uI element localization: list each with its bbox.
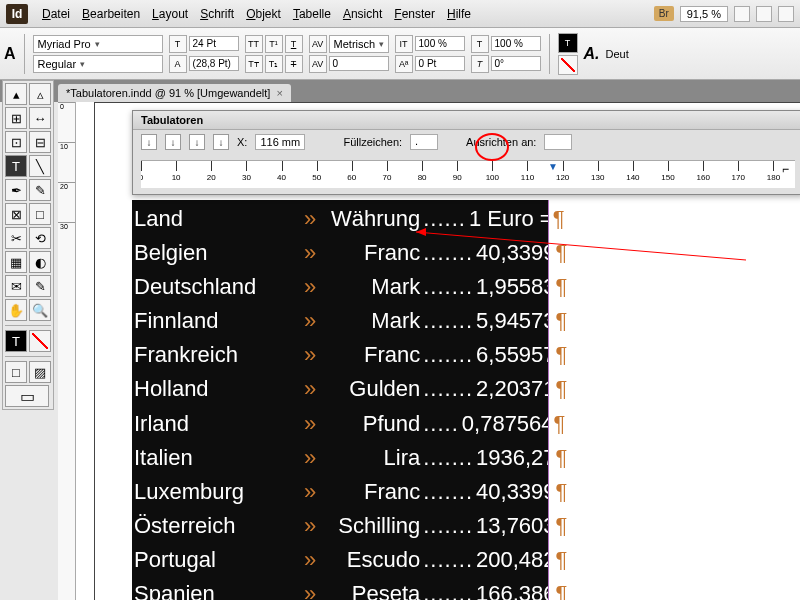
content-collector-tool[interactable]: ⊡ (5, 131, 27, 153)
tabs-ruler[interactable]: ▼ ⌐ 010203040506070809010011012013014015… (141, 160, 795, 188)
tracking-input[interactable]: 0 (329, 56, 389, 71)
apply-color[interactable]: □ (5, 361, 27, 383)
frame-edge (548, 200, 549, 600)
kerning-dropdown[interactable]: Metrisch (329, 35, 389, 53)
gradient-tool[interactable]: ▦ (5, 251, 27, 273)
content-placer-tool[interactable]: ⊟ (29, 131, 51, 153)
scissors-tool[interactable]: ✂ (5, 227, 27, 249)
cell-currency: Franc (326, 475, 420, 509)
menu-schrift[interactable]: Schrift (196, 5, 238, 23)
cell-value: 1936,27 (476, 441, 556, 475)
menu-hilfe[interactable]: Hilfe (443, 5, 475, 23)
underline-btn[interactable]: T (285, 35, 303, 53)
tab-left-align[interactable]: ↓ (141, 134, 157, 150)
page-tool[interactable]: ⊞ (5, 107, 27, 129)
leading-input[interactable]: (28,8 Pt) (189, 56, 239, 71)
transform-tool[interactable]: ⟲ (29, 227, 51, 249)
cell-leader: ..... (420, 407, 462, 441)
ruler-tick (492, 161, 493, 171)
font-style-dropdown[interactable]: Regular (33, 55, 163, 73)
view-icon-1[interactable] (734, 6, 750, 22)
view-icon-2[interactable] (756, 6, 772, 22)
stroke-color-swatch[interactable] (558, 55, 578, 75)
view-icon-3[interactable] (778, 6, 794, 22)
stroke-swatch[interactable] (29, 330, 51, 352)
cell-leader: ....... (420, 577, 476, 600)
tab-marker[interactable]: ▼ (548, 161, 558, 172)
app-logo: Id (6, 4, 28, 24)
rectangle-tool[interactable]: □ (29, 203, 51, 225)
cell-currency: Peseta (326, 577, 420, 600)
menu-ansicht[interactable]: Ansicht (339, 5, 386, 23)
note-tool[interactable]: ✉ (5, 275, 27, 297)
fill-swatch[interactable]: T (5, 330, 27, 352)
cell-value: 40,3399 (476, 475, 556, 509)
tab-char-icon: » (294, 236, 326, 270)
zoom-level[interactable]: 91,5 % (680, 6, 728, 22)
hand-tool[interactable]: ✋ (5, 299, 27, 321)
fill-color-swatch[interactable]: T (558, 33, 578, 53)
eyedropper-tool[interactable]: ✎ (29, 275, 51, 297)
line-tool[interactable]: ╲ (29, 155, 51, 177)
direct-selection-tool[interactable]: ▵ (29, 83, 51, 105)
ruler-tick (738, 161, 739, 171)
font-family-dropdown[interactable]: Myriad Pro (33, 35, 163, 53)
caps-btn[interactable]: TT (245, 35, 263, 53)
tab-char-icon: » (294, 202, 326, 236)
menu-layout[interactable]: Layout (148, 5, 192, 23)
apply-gradient[interactable]: ▨ (29, 361, 51, 383)
type-tool[interactable]: T (5, 155, 27, 177)
pen-tool[interactable]: ✒ (5, 179, 27, 201)
char-style-icon[interactable]: A. (584, 45, 600, 63)
menu-tabelle[interactable]: Tabelle (289, 5, 335, 23)
smallcaps-btn[interactable]: Tᴛ (245, 55, 263, 73)
baseline-input[interactable]: 0 Pt (415, 56, 465, 71)
menu-fenster[interactable]: Fenster (390, 5, 439, 23)
tab-fill-input[interactable]: . (410, 134, 438, 150)
ruler-number: 110 (521, 173, 534, 182)
tab-decimal-align[interactable]: ↓ (213, 134, 229, 150)
pilcrow-icon: ¶ (556, 509, 568, 543)
magnet-icon[interactable]: ⌐ (782, 162, 789, 176)
selection-tool[interactable]: ▴ (5, 83, 27, 105)
table-row: Land»Währung......1 Euro =¶ (134, 202, 548, 236)
tab-center-align[interactable]: ↓ (165, 134, 181, 150)
tab-align-on-input[interactable] (544, 134, 572, 150)
tabs-panel[interactable]: Tabulatoren ↓ ↓ ↓ ↓ X: 116 mm Füllzeiche… (132, 110, 800, 195)
feather-tool[interactable]: ◐ (29, 251, 51, 273)
menu-objekt[interactable]: Objekt (242, 5, 285, 23)
menu-datei[interactable]: Datei (38, 5, 74, 23)
ruler-tick (633, 161, 634, 171)
text-frame[interactable]: Land»Währung......1 Euro =¶Belgien»Franc… (132, 200, 548, 600)
tab-char-icon: » (294, 270, 326, 304)
tab-char-icon: » (294, 577, 326, 600)
hscale-input[interactable]: 100 % (491, 36, 541, 51)
ruler-tick (703, 161, 704, 171)
cell-currency: Währung (326, 202, 420, 236)
strike-btn[interactable]: T (285, 55, 303, 73)
view-mode[interactable]: ▭ (5, 385, 49, 407)
skew-input[interactable]: 0° (491, 56, 541, 71)
close-icon[interactable]: × (276, 87, 282, 99)
table-row: Luxemburg»Franc.......40,3399¶ (134, 475, 548, 509)
document-tab[interactable]: *Tabulatoren.indd @ 91 % [Umgewandelt] × (58, 84, 291, 102)
vscale-input[interactable]: 100 % (415, 36, 465, 51)
cell-value: 5,94573 (476, 304, 556, 338)
pencil-tool[interactable]: ✎ (29, 179, 51, 201)
menu-bearbeiten[interactable]: Bearbeiten (78, 5, 144, 23)
supscript-btn[interactable]: T¹ (265, 35, 283, 53)
cell-country: Land (134, 202, 294, 236)
cell-currency: Mark (326, 304, 420, 338)
gap-tool[interactable]: ↔ (29, 107, 51, 129)
frame-tool[interactable]: ⊠ (5, 203, 27, 225)
subscript-btn[interactable]: T₁ (265, 55, 283, 73)
font-size-input[interactable]: 24 Pt (189, 36, 239, 51)
cell-currency: Schilling (326, 509, 420, 543)
tab-x-input[interactable]: 116 mm (255, 134, 305, 150)
char-mode-icon[interactable]: A (4, 45, 16, 63)
zoom-tool[interactable]: 🔍 (29, 299, 51, 321)
tabs-panel-title[interactable]: Tabulatoren (133, 111, 800, 130)
ruler-number: 10 (172, 173, 181, 182)
tab-right-align[interactable]: ↓ (189, 134, 205, 150)
bridge-badge[interactable]: Br (654, 6, 674, 21)
